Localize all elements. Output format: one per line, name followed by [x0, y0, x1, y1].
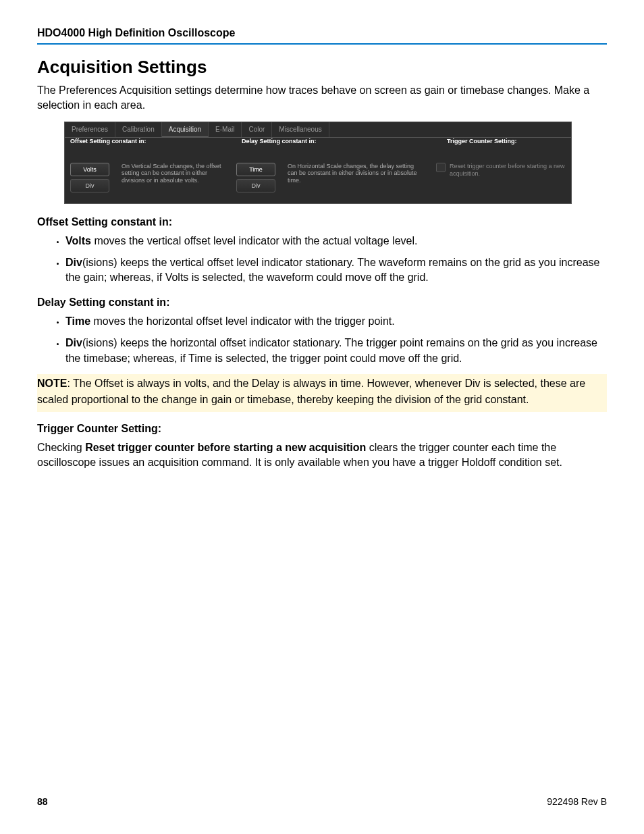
tab-preferences[interactable]: Preferences [65, 122, 115, 137]
bold-text: Div [65, 337, 82, 348]
tab-color[interactable]: Color [242, 122, 272, 137]
tab-email[interactable]: E-Mail [209, 122, 242, 137]
bold-text: Reset trigger counter before starting a … [85, 442, 366, 453]
delay-div-button[interactable]: Div [236, 179, 275, 192]
note-label: NOTE [37, 377, 67, 389]
bold-text: Volts [65, 235, 91, 246]
reset-trigger-checkbox[interactable]: Reset trigger counter before starting a … [436, 163, 566, 178]
body-text: moves the vertical offset level indicato… [91, 235, 418, 246]
list-item: Div(isions) keeps the horizontal offset … [65, 336, 607, 366]
offset-help-text: On Vertical Scale changes, the offset se… [117, 163, 225, 184]
body-text: (isions) keeps the horizontal offset ind… [65, 337, 597, 363]
page-header: HDO4000 High Definition Oscilloscope [37, 27, 607, 45]
offset-div-button[interactable]: Div [70, 179, 109, 192]
offset-volts-button[interactable]: Volts [70, 163, 109, 176]
body-text: moves the horizontal offset level indica… [90, 315, 395, 327]
body-text: (isions) keeps the vertical offset level… [65, 257, 600, 283]
offset-section-label: Offset Setting constant in: [65, 138, 236, 145]
trigger-heading: Trigger Counter Setting: [37, 423, 607, 435]
bold-text: Div [65, 257, 82, 268]
delay-help-text: On Horizontal Scale changes, the delay s… [284, 163, 425, 184]
delay-time-button[interactable]: Time [236, 163, 275, 176]
note-text: : The Offset is always in volts, and the… [37, 377, 585, 405]
page-title: Acquisition Settings [37, 57, 607, 78]
delay-section-label: Delay Setting constant in: [236, 138, 441, 145]
page-number: 88 [37, 796, 48, 807]
reset-trigger-label: Reset trigger counter before starting a … [450, 163, 566, 178]
tab-bar: Preferences Calibration Acquisition E-Ma… [65, 122, 571, 138]
revision-label: 922498 Rev B [547, 796, 607, 807]
body-text: Checking [37, 442, 85, 453]
bold-text: Time [65, 315, 90, 327]
tab-miscellaneous[interactable]: Miscellaneous [272, 122, 329, 137]
tab-acquisition[interactable]: Acquisition [162, 122, 209, 137]
delay-heading: Delay Setting constant in: [37, 296, 607, 309]
acquisition-dialog: Preferences Calibration Acquisition E-Ma… [64, 122, 572, 204]
trigger-section-label: Trigger Counter Setting: [441, 138, 571, 145]
offset-list: Volts moves the vertical offset level in… [37, 234, 607, 286]
offset-heading: Offset Setting constant in: [37, 216, 607, 228]
list-item: Div(isions) keeps the vertical offset le… [65, 255, 607, 286]
tab-calibration[interactable]: Calibration [115, 122, 162, 137]
delay-list: Time moves the horizontal offset level i… [37, 314, 607, 366]
trigger-paragraph: Checking Reset trigger counter before st… [37, 440, 607, 471]
list-item: Time moves the horizontal offset level i… [65, 314, 607, 329]
list-item: Volts moves the vertical offset level in… [65, 234, 607, 249]
checkbox-icon [436, 163, 446, 172]
intro-text: The Preferences Acquisition settings det… [37, 83, 607, 113]
page-footer: 88 922498 Rev B [37, 796, 607, 807]
note-box: NOTE: The Offset is always in volts, and… [37, 374, 607, 412]
